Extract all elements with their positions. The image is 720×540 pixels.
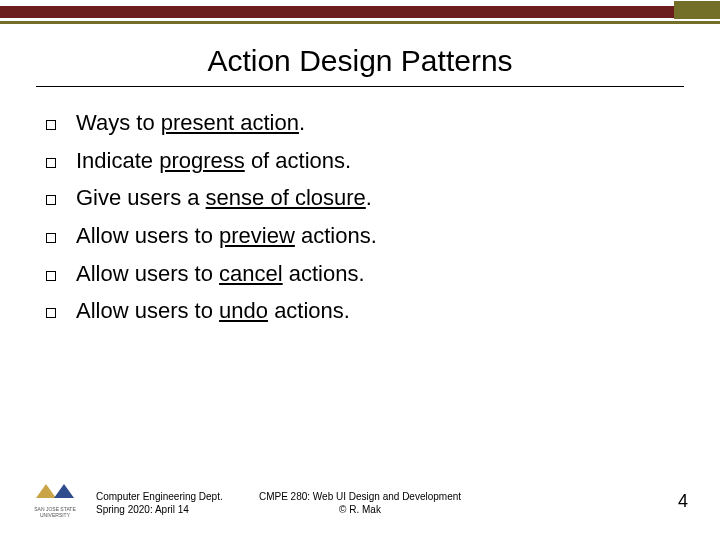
bullet-text: Allow users to cancel actions.	[76, 259, 365, 289]
page-number: 4	[678, 491, 688, 512]
decorative-top-bar	[0, 0, 720, 28]
footer-center-text: CMPE 280: Web UI Design and Development …	[0, 491, 720, 516]
top-bar-maroon	[0, 6, 720, 18]
square-bullet-icon	[46, 308, 56, 318]
bullet-text: Allow users to undo actions.	[76, 296, 350, 326]
bullet-text: Allow users to preview actions.	[76, 221, 377, 251]
list-item: Give users a sense of closure.	[46, 183, 680, 213]
footer-copyright: © R. Mak	[259, 504, 461, 517]
title-container: Action Design Patterns	[0, 44, 720, 82]
list-item: Allow users to preview actions.	[46, 221, 680, 251]
square-bullet-icon	[46, 158, 56, 168]
title-underline	[36, 86, 684, 87]
square-bullet-icon	[46, 195, 56, 205]
square-bullet-icon	[46, 120, 56, 130]
top-bar-olive	[0, 21, 720, 24]
list-item: Allow users to cancel actions.	[46, 259, 680, 289]
bullet-text: Indicate progress of actions.	[76, 146, 351, 176]
slide-footer: SAN JOSE STATE UNIVERSITY Computer Engin…	[0, 476, 720, 522]
slide-title: Action Design Patterns	[201, 44, 518, 82]
list-item: Ways to present action.	[46, 108, 680, 138]
list-item: Indicate progress of actions.	[46, 146, 680, 176]
bullet-text: Give users a sense of closure.	[76, 183, 372, 213]
top-bar-accent-block	[674, 1, 720, 19]
square-bullet-icon	[46, 233, 56, 243]
bullet-list: Ways to present action. Indicate progres…	[46, 108, 680, 334]
square-bullet-icon	[46, 271, 56, 281]
bullet-text: Ways to present action.	[76, 108, 305, 138]
footer-course: CMPE 280: Web UI Design and Development	[259, 491, 461, 504]
list-item: Allow users to undo actions.	[46, 296, 680, 326]
